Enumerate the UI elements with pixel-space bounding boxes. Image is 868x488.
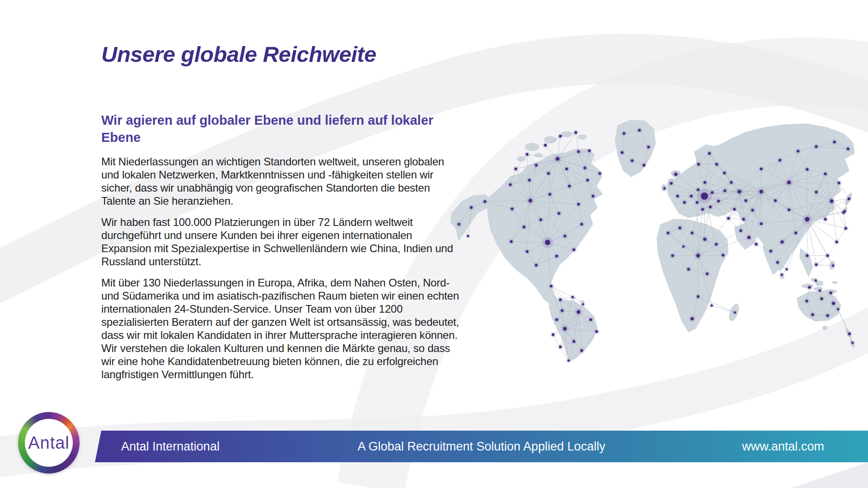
paragraph-offices-worldwide: Mit Niederlassungen an wichtigen Standor…	[101, 155, 463, 207]
antal-logo: Antal	[18, 412, 80, 474]
logo-text: Antal	[28, 433, 70, 453]
corner-accent	[791, 462, 868, 488]
page-title: Unsere globale Reichweite	[101, 42, 376, 67]
footer-website-link[interactable]: www.antal.com	[742, 440, 824, 454]
world-network-map	[443, 105, 857, 369]
body-text-column: Wir agieren auf globaler Ebene und liefe…	[101, 112, 463, 389]
presentation-slide: Unsere globale Reichweite Wir agieren au…	[0, 0, 868, 488]
footer-tagline: A Global Recruitment Solution Applied Lo…	[358, 440, 605, 454]
paragraph-local-teams: Mit über 130 Niederlassungen in Europa, …	[101, 276, 463, 381]
section-heading: Wir agieren auf globaler Ebene und liefe…	[101, 112, 438, 146]
logo-gradient-ring: Antal	[18, 412, 80, 474]
paragraph-placements: Wir haben fast 100.000 Platzierungen in …	[101, 216, 463, 268]
footer-brand: Antal International	[121, 440, 220, 454]
footer-bar: Antal International A Global Recruitment…	[95, 431, 868, 462]
logo-inner-disc: Antal	[25, 419, 73, 467]
